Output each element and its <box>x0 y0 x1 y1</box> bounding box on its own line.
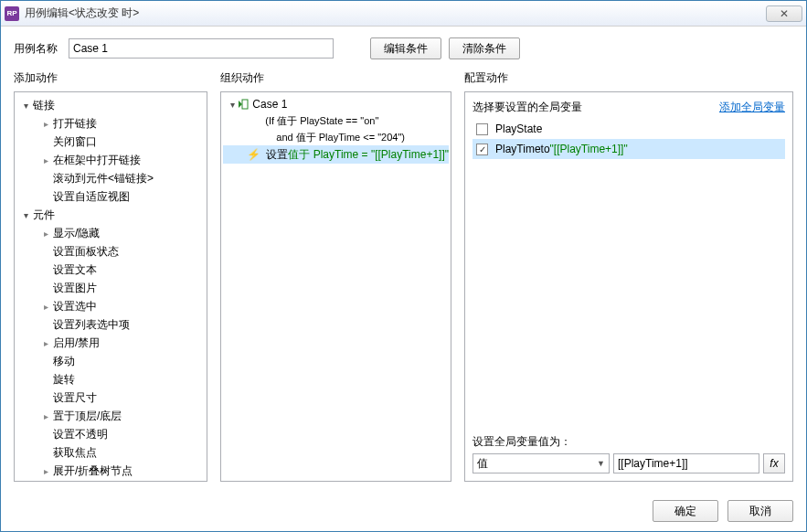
value-expression-input[interactable] <box>613 453 759 473</box>
variable-row[interactable]: PlayTime to "[[PlayTime+1]]" <box>473 139 785 159</box>
tree-item-label: 设置不透明 <box>51 427 108 442</box>
case-icon <box>238 99 249 110</box>
close-button[interactable]: ✕ <box>766 5 802 22</box>
tree-item[interactable]: 设置文本 <box>16 261 205 279</box>
tree-item[interactable]: 打开链接 <box>16 114 205 133</box>
tree-item[interactable]: 设置图片 <box>16 279 205 297</box>
set-value-row: 值 ▼ fx <box>473 453 785 473</box>
window-title: 用例编辑<状态改变 时> <box>25 5 766 21</box>
tree-item[interactable]: 设置选中 <box>16 297 205 315</box>
content-area: 用例名称 编辑条件 清除条件 添加动作 链接打开链接关闭窗口在框架中打开链接滚动… <box>1 27 806 491</box>
chevron-right-icon[interactable] <box>40 302 51 312</box>
title-bar: RP 用例编辑<状态改变 时> ✕ <box>1 1 806 27</box>
tree-item-label: 元件 <box>31 207 55 223</box>
tree-item-label: 链接 <box>31 98 55 113</box>
add-action-title: 添加动作 <box>14 70 207 86</box>
tree-item[interactable]: 获取焦点 <box>16 443 205 462</box>
chevron-right-icon[interactable] <box>40 119 51 129</box>
tree-item[interactable]: 在框架中打开链接 <box>16 151 205 169</box>
variable-name: PlayState <box>495 122 542 135</box>
configure-action-title: 配置动作 <box>464 70 793 86</box>
action-expression: 值于 PlayTime = "[[PlayTime+1]]" <box>288 147 449 163</box>
tree-item[interactable]: 旋转 <box>16 370 205 388</box>
chevron-right-icon[interactable] <box>40 155 51 165</box>
chevron-down-icon: ▼ <box>597 459 605 468</box>
tree-category[interactable]: 元件 <box>16 206 205 224</box>
action-prefix: 设置 <box>266 147 288 163</box>
cancel-button[interactable]: 取消 <box>727 500 793 522</box>
tree-item-label: 打开链接 <box>51 116 97 132</box>
tree-item-label: 设置选中 <box>51 299 97 314</box>
fx-button[interactable]: fx <box>763 453 785 473</box>
condition-line-2: and 值于 PlayTime <= "204") <box>223 129 449 145</box>
dialog-footer: 确定 取消 <box>1 491 806 531</box>
configure-panel: 选择要设置的全局变量 添加全局变量 PlayStatePlayTime to "… <box>464 91 793 482</box>
ok-button[interactable]: 确定 <box>653 500 718 522</box>
chevron-right-icon[interactable] <box>40 466 51 476</box>
tree-item[interactable]: 显示/隐藏 <box>16 224 205 242</box>
tree-item-label: 设置自适应视图 <box>51 189 130 205</box>
condition-line-1: (If 值于 PlayState == "on" <box>223 112 449 129</box>
tree-item[interactable]: 移动 <box>16 352 205 370</box>
tree-item-label: 置于顶层/底层 <box>51 409 122 424</box>
tree-item-label: 关闭窗口 <box>51 134 97 150</box>
checkbox[interactable] <box>476 123 488 135</box>
variable-value: "[[PlayTime+1]]" <box>550 143 628 155</box>
configure-action-column: 配置动作 选择要设置的全局变量 添加全局变量 PlayStatePlayTime… <box>464 70 793 482</box>
tree-item[interactable]: 设置尺寸 <box>16 388 205 407</box>
tree-item[interactable]: 关闭窗口 <box>16 133 205 151</box>
tree-item[interactable]: 设置自适应视图 <box>16 187 205 206</box>
bolt-icon: ⚡ <box>247 148 260 161</box>
columns-container: 添加动作 链接打开链接关闭窗口在框架中打开链接滚动到元件<锚链接>设置自适应视图… <box>14 70 793 482</box>
add-global-variable-link[interactable]: 添加全局变量 <box>719 100 785 115</box>
tree-item-label: 移动 <box>51 354 75 369</box>
tree-item-label: 滚动到元件<锚链接> <box>51 171 154 186</box>
value-type-text: 值 <box>477 456 488 472</box>
chevron-right-icon[interactable] <box>40 338 51 348</box>
tree-item-label: 设置面板状态 <box>51 244 119 260</box>
variable-list: PlayStatePlayTime to "[[PlayTime+1]]" <box>473 119 785 429</box>
edit-condition-button[interactable]: 编辑条件 <box>370 37 441 59</box>
tree-item[interactable]: 启用/禁用 <box>16 334 205 352</box>
variable-row[interactable]: PlayState <box>473 119 785 139</box>
action-row-selected[interactable]: ⚡ 设置 值于 PlayTime = "[[PlayTime+1]]" <box>223 145 449 164</box>
tree-item-label: 展开/折叠树节点 <box>51 463 133 479</box>
case-name-label: 用例名称 <box>14 41 58 57</box>
tree-item-label: 在框架中打开链接 <box>51 153 141 168</box>
tree-category[interactable]: 链接 <box>16 96 205 114</box>
organize-panel[interactable]: Case 1 (If 值于 PlayState == "on" and 值于 P… <box>220 91 451 482</box>
case-label: Case 1 <box>252 98 287 111</box>
chevron-down-icon[interactable] <box>227 100 238 110</box>
tree-item-label: 设置尺寸 <box>51 390 97 406</box>
tree-item-label: 获取焦点 <box>51 445 97 461</box>
dialog-window: RP 用例编辑<状态改变 时> ✕ 用例名称 编辑条件 清除条件 添加动作 链接… <box>0 0 807 532</box>
chevron-right-icon[interactable] <box>40 229 51 239</box>
tree-item-label: 设置文本 <box>51 262 97 278</box>
chevron-right-icon[interactable] <box>40 411 51 421</box>
tree-item[interactable]: 置于顶层/底层 <box>16 407 205 425</box>
tree-item[interactable]: 设置列表选中项 <box>16 315 205 334</box>
select-variable-label: 选择要设置的全局变量 <box>473 100 582 115</box>
tree-item[interactable]: 设置不透明 <box>16 425 205 443</box>
chevron-down-icon[interactable] <box>20 101 31 111</box>
checkbox[interactable] <box>476 144 488 155</box>
case-node[interactable]: Case 1 <box>223 96 449 112</box>
tree-item-label: 启用/禁用 <box>51 335 100 351</box>
tree-item-label: 旋转 <box>51 372 75 388</box>
organize-action-title: 组织动作 <box>220 70 451 86</box>
tree-item-label: 设置列表选中项 <box>51 317 130 333</box>
tree-item-label: 显示/隐藏 <box>51 226 100 241</box>
tree-item-label: 设置图片 <box>51 281 97 296</box>
action-tree-panel[interactable]: 链接打开链接关闭窗口在框架中打开链接滚动到元件<锚链接>设置自适应视图元件显示/… <box>14 91 207 482</box>
value-type-combo[interactable]: 值 ▼ <box>473 453 610 473</box>
set-value-label: 设置全局变量值为： <box>473 434 785 450</box>
case-name-input[interactable] <box>69 38 334 59</box>
chevron-down-icon[interactable] <box>20 210 31 220</box>
clear-condition-button[interactable]: 清除条件 <box>449 37 520 59</box>
app-icon: RP <box>5 6 19 21</box>
tree-item[interactable]: 滚动到元件<锚链接> <box>16 169 205 187</box>
svg-rect-0 <box>242 100 248 109</box>
tree-item[interactable]: 设置面板状态 <box>16 242 205 261</box>
variable-name: PlayTime <box>495 143 541 155</box>
tree-item[interactable]: 展开/折叠树节点 <box>16 462 205 480</box>
